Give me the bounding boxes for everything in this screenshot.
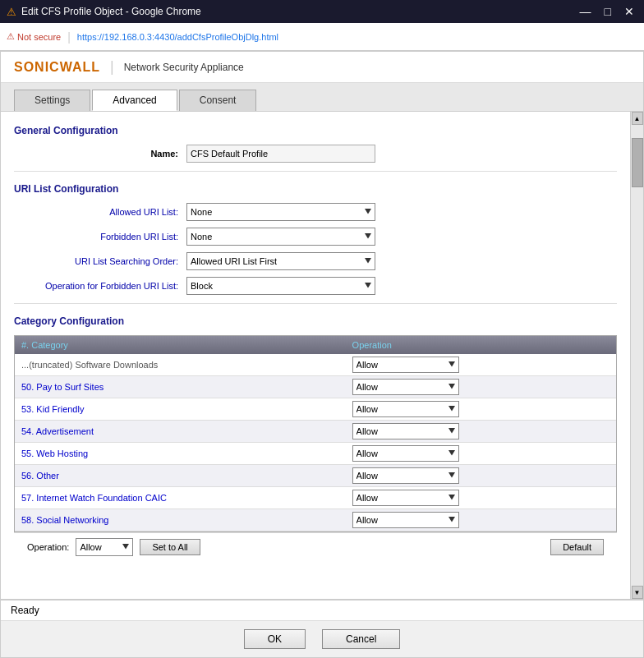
tab-bar: Settings Advanced Consent [1, 83, 643, 112]
table-row: 57. Internet Watch Foundation CAICAllowB… [15, 487, 616, 509]
category-name-cell: 53. Kid Friendly [15, 398, 346, 421]
title-bar-title: Edit CFS Profile Object - Google Chrome [21, 6, 201, 17]
scroll-thumb[interactable] [632, 138, 643, 187]
divider-1 [14, 171, 617, 172]
category-op-select[interactable]: AllowBlockAllowed ListBlocked List [352, 423, 459, 439]
ok-button[interactable]: OK [244, 629, 306, 649]
op-bar-label: Operation: [27, 542, 69, 552]
title-bar: ⚠ Edit CFS Profile Object - Google Chrom… [0, 0, 644, 23]
category-table-scroll[interactable]: #. Category Operation ...(truncated) Sof… [14, 335, 617, 532]
name-input[interactable] [186, 145, 375, 163]
tab-advanced[interactable]: Advanced [92, 90, 177, 111]
category-op-cell: AllowBlockAllowed ListBlocked List [346, 354, 616, 376]
address-bar: ⚠ Not secure | https://192.168.0.3:4430/… [0, 23, 644, 51]
category-op-select[interactable]: AllowBlockAllowed ListBlocked List [352, 401, 459, 417]
content-with-scroll: General Configuration Name: URI List Con… [1, 112, 643, 599]
title-bar-left: ⚠ Edit CFS Profile Object - Google Chrom… [7, 6, 201, 18]
table-row: ...(truncated) Software DownloadsAllowBl… [15, 354, 616, 376]
op-forbidden-row: Operation for Forbidden URI List: Block [14, 277, 617, 295]
not-secure-label: Not secure [17, 32, 61, 42]
tab-consent[interactable]: Consent [179, 90, 257, 111]
col-operation-header: Operation [346, 336, 616, 354]
forbidden-uri-row: Forbidden URI List: None [14, 228, 617, 246]
table-row: 54. AdvertisementAllowBlockAllowed ListB… [15, 421, 616, 443]
category-config-title: Category Configuration [14, 315, 617, 327]
forbidden-uri-select[interactable]: None [186, 228, 375, 246]
browser-icon: ⚠ [7, 6, 16, 18]
allowed-uri-label: Allowed URI List: [14, 207, 186, 217]
name-row: Name: [14, 145, 617, 163]
category-op-cell: AllowBlockAllowed ListBlocked List [346, 465, 616, 487]
scrollbar-track: ▲ ▼ [630, 112, 643, 599]
sonicwall-logo: SONICWALL [14, 60, 100, 75]
category-name-cell: ...(truncated) Software Downloads [15, 354, 346, 376]
app-header: SONICWALL | Network Security Appliance [1, 52, 643, 83]
status-text: Ready [11, 605, 39, 616]
not-secure-indicator: ⚠ Not secure [7, 31, 61, 42]
forbidden-uri-label: Forbidden URI List: [14, 232, 186, 242]
category-op-cell: AllowBlockAllowed ListBlocked List [346, 509, 616, 531]
address-separator: | [67, 30, 71, 44]
category-name-cell: 55. Web Hosting [15, 443, 346, 465]
close-button[interactable]: ✕ [621, 5, 637, 18]
category-op-select[interactable]: AllowBlockAllowed ListBlocked List [352, 490, 459, 506]
category-op-select[interactable]: AllowBlockAllowed ListBlocked List [352, 467, 459, 484]
name-label: Name: [14, 149, 186, 159]
table-row: 50. Pay to Surf SitesAllowBlockAllowed L… [15, 376, 616, 398]
set-to-all-button[interactable]: Set to All [140, 539, 200, 555]
search-order-row: URI List Searching Order: Allowed URI Li… [14, 252, 617, 270]
tab-settings[interactable]: Settings [14, 90, 90, 111]
minimize-button[interactable]: — [577, 5, 595, 18]
category-op-cell: AllowBlockAllowed ListBlocked List [346, 376, 616, 398]
scroll-arrow-down[interactable]: ▼ [632, 586, 643, 599]
url-display[interactable]: https://192.168.0.3:4430/addCfsProfileOb… [77, 32, 278, 42]
category-op-cell: AllowBlockAllowed ListBlocked List [346, 398, 616, 421]
category-op-select[interactable]: AllowBlockAllowed ListBlocked List [352, 512, 459, 528]
default-button[interactable]: Default [550, 539, 604, 555]
category-op-select[interactable]: AllowBlockAllowed ListBlocked List [352, 379, 459, 395]
title-bar-controls: — □ ✕ [577, 5, 637, 18]
op-forbidden-label: Operation for Forbidden URI List: [14, 281, 186, 291]
scroll-arrow-up[interactable]: ▲ [632, 112, 643, 125]
app-subtitle: Network Security Appliance [124, 62, 244, 73]
logo-separator: | [110, 58, 114, 76]
category-table: #. Category Operation ...(truncated) Sof… [15, 336, 616, 532]
search-order-label: URI List Searching Order: [14, 256, 186, 266]
op-forbidden-select[interactable]: Block [186, 277, 375, 295]
category-op-cell: AllowBlockAllowed ListBlocked List [346, 487, 616, 509]
main-container: SONICWALL | Network Security Appliance S… [0, 51, 644, 658]
footer-buttons: OK Cancel [1, 620, 643, 657]
category-name-cell: 50. Pay to Surf Sites [15, 376, 346, 398]
uri-list-title: URI List Configuration [14, 183, 617, 195]
table-row: 58. Social NetworkingAllowBlockAllowed L… [15, 509, 616, 531]
warning-icon: ⚠ [7, 31, 15, 42]
table-header-row: #. Category Operation [15, 336, 616, 354]
category-name-cell: 58. Social Networking [15, 509, 346, 531]
general-config-title: General Configuration [14, 125, 617, 136]
category-op-select[interactable]: AllowBlockAllowed ListBlocked List [352, 445, 459, 462]
category-name-cell: 54. Advertisement [15, 421, 346, 443]
category-op-cell: AllowBlockAllowed ListBlocked List [346, 421, 616, 443]
operation-bar: Operation: Allow Block Set to All Defaul… [14, 532, 617, 561]
divider-2 [14, 303, 617, 304]
table-row: 56. OtherAllowBlockAllowed ListBlocked L… [15, 465, 616, 487]
category-op-select[interactable]: AllowBlockAllowed ListBlocked List [352, 357, 459, 373]
allowed-uri-select[interactable]: None [186, 203, 375, 221]
cancel-button[interactable]: Cancel [322, 629, 400, 649]
table-row: 55. Web HostingAllowBlockAllowed ListBlo… [15, 443, 616, 465]
search-order-select[interactable]: Allowed URI List First [186, 252, 375, 270]
table-row: 53. Kid FriendlyAllowBlockAllowed ListBl… [15, 398, 616, 421]
content-area: General Configuration Name: URI List Con… [1, 112, 630, 599]
col-category-header: #. Category [15, 336, 346, 354]
category-name-cell: 57. Internet Watch Foundation CAIC [15, 487, 346, 509]
category-name-cell: 56. Other [15, 465, 346, 487]
category-op-cell: AllowBlockAllowed ListBlocked List [346, 443, 616, 465]
allowed-uri-row: Allowed URI List: None [14, 203, 617, 221]
status-bar: Ready [1, 599, 643, 620]
maximize-button[interactable]: □ [601, 5, 614, 18]
op-bar-select[interactable]: Allow Block [76, 538, 133, 556]
